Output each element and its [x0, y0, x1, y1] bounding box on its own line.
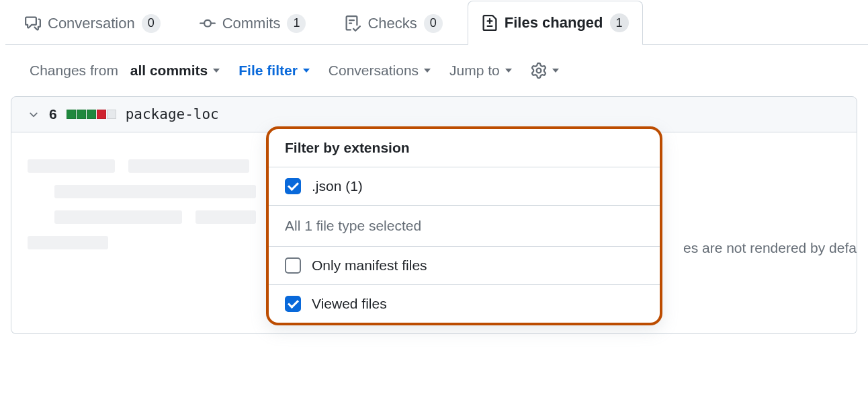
tab-files-changed[interactable]: Files changed 1 — [468, 1, 643, 45]
file-filter-dropdown[interactable]: File filter — [238, 63, 310, 79]
diff-square-neutral — [107, 110, 116, 119]
checkbox-unchecked-icon[interactable] — [285, 257, 301, 274]
checklist-icon — [345, 15, 361, 32]
tab-count: 1 — [610, 13, 629, 32]
jump-to-label: Jump to — [449, 63, 500, 79]
changes-from-label: Changes from — [30, 63, 118, 79]
tab-conversation[interactable]: Conversation 0 — [11, 1, 175, 45]
filter-manifest-label: Only manifest files — [312, 257, 427, 274]
changes-from-value: all commits — [130, 63, 208, 79]
filter-only-manifest[interactable]: Only manifest files — [269, 247, 660, 285]
diffstat-count: 6 — [49, 106, 57, 122]
gear-icon — [531, 63, 547, 79]
tab-label: Conversation — [48, 15, 135, 32]
pr-tabs: Conversation 0 Commits 1 Checks 0 Files … — [5, 0, 868, 45]
diff-square-removed — [97, 110, 106, 119]
tab-count: 0 — [424, 14, 443, 33]
not-rendered-message: es are not rendered by defa — [683, 240, 857, 256]
file-filter-menu: Filter by extension .json (1) All 1 file… — [266, 126, 662, 325]
filter-header: Filter by extension — [269, 129, 660, 167]
caret-down-icon — [213, 69, 220, 73]
git-commit-icon — [200, 15, 216, 32]
tab-commits[interactable]: Commits 1 — [185, 1, 320, 45]
file-diff-icon — [482, 15, 498, 31]
diff-square-added — [77, 110, 86, 119]
caret-down-icon — [303, 69, 310, 73]
jump-to-dropdown[interactable]: Jump to — [449, 63, 512, 79]
caret-down-icon — [505, 69, 512, 73]
diff-square-added — [87, 110, 96, 119]
diff-square-added — [67, 110, 76, 119]
tab-count: 1 — [287, 14, 306, 33]
filter-extension-json[interactable]: .json (1) — [269, 167, 660, 206]
collapse-toggle[interactable] — [28, 108, 40, 120]
checkbox-checked-icon[interactable] — [285, 178, 301, 194]
diff-settings-button[interactable] — [531, 63, 559, 79]
filter-viewed-files[interactable]: Viewed files — [269, 285, 660, 323]
diff-toolbar: Changes from all commits File filter Con… — [0, 45, 868, 96]
tab-label: Checks — [367, 15, 417, 32]
caret-down-icon — [424, 69, 431, 73]
tab-label: Files changed — [505, 14, 603, 32]
tab-count: 0 — [142, 14, 161, 33]
changes-from-dropdown[interactable]: Changes from all commits — [30, 63, 220, 79]
comment-discussion-icon — [25, 15, 41, 32]
diffstat-squares — [67, 110, 116, 119]
conversations-dropdown[interactable]: Conversations — [329, 63, 431, 79]
tab-checks[interactable]: Checks 0 — [331, 1, 456, 45]
tab-label: Commits — [222, 15, 281, 32]
chevron-down-icon — [28, 109, 40, 121]
file-name[interactable]: package-loc — [126, 106, 219, 122]
file-filter-label: File filter — [238, 63, 298, 79]
checkbox-checked-icon[interactable] — [285, 296, 301, 312]
filter-ext-label: .json (1) — [312, 178, 363, 194]
caret-down-icon — [552, 69, 559, 73]
filter-viewed-label: Viewed files — [312, 296, 387, 312]
conversations-label: Conversations — [329, 63, 419, 79]
filter-selection-summary: All 1 file type selected — [269, 206, 660, 247]
